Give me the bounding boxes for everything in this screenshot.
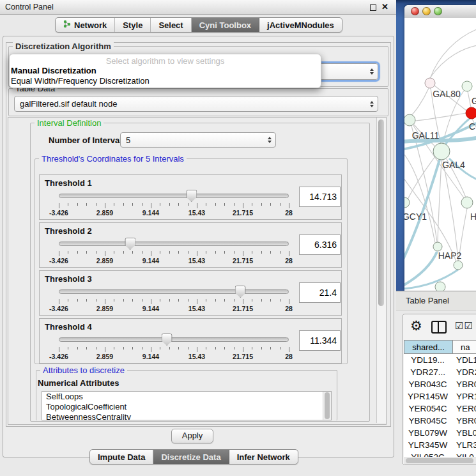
table-row[interactable]: YDR27... YDR2 — [404, 366, 476, 378]
slider-thumb[interactable] — [125, 238, 135, 250]
top-tab[interactable]: Select — [151, 18, 191, 32]
minimize-traffic-light[interactable] — [422, 7, 431, 15]
table-row[interactable]: YBL079W YBL0 — [404, 427, 476, 439]
scale-label: -3.426 — [49, 353, 68, 360]
apply-button[interactable]: Apply — [171, 429, 213, 443]
bottom-tab[interactable]: Impute Data — [90, 450, 153, 464]
slider-thumb[interactable] — [235, 286, 246, 298]
table-cell-shared-name[interactable]: YDR27... — [404, 367, 452, 377]
table-data-combobox[interactable]: galFiltered.sif default node — [14, 96, 378, 112]
table-row[interactable]: YIL052C YIL0 — [404, 451, 476, 457]
gear-icon[interactable]: ⚙ — [410, 318, 422, 334]
slider-ticks — [59, 251, 289, 257]
table-cell-name[interactable]: YBR0 — [452, 380, 476, 389]
top-tab-label: Cyni Toolbox — [199, 20, 251, 30]
top-tab[interactable]: jActiveMNodules — [259, 18, 342, 32]
split-view-icon[interactable] — [431, 321, 447, 334]
scale-label: 9.144 — [142, 257, 159, 265]
scale-label: 15.43 — [188, 305, 205, 312]
settings-vertical-scrollbar[interactable] — [376, 118, 386, 423]
scrollbar-thumb[interactable] — [406, 458, 473, 463]
threshold-slider[interactable] — [59, 189, 289, 202]
bottom-tab[interactable]: Discretize Data — [153, 450, 229, 464]
table-panel: ⚙ ☑☑ shared... na YDL19... YDL1 YDR27...… — [402, 314, 476, 465]
table-cell-name[interactable]: YPR1 — [452, 392, 476, 401]
table-cell-shared-name[interactable]: YDL19... — [404, 355, 452, 365]
zoom-traffic-light[interactable] — [434, 7, 442, 15]
attribute-list-item[interactable]: TopologicalCoefficient — [42, 402, 331, 412]
table-row[interactable]: YLR345W YLR3 — [404, 439, 476, 451]
slider-track — [59, 242, 289, 246]
table-row[interactable]: YBR045C YBR0 — [404, 415, 476, 427]
threshold-slider[interactable] — [59, 333, 289, 346]
top-tab[interactable]: Network — [56, 18, 115, 32]
scale-label: 9.144 — [142, 353, 159, 360]
table-panel-title: Table Panel — [406, 296, 449, 305]
algorithm-dropdown-popup: Select algorithm to view settings Manual… — [9, 54, 321, 88]
scrollbar-thumb[interactable] — [378, 119, 384, 306]
column-header-name[interactable]: na — [453, 340, 476, 354]
table-cell-name[interactable]: YDL1 — [452, 355, 476, 365]
table-cell-name[interactable]: YBR0 — [452, 416, 476, 426]
table-row[interactable]: YPR145W YPR1 — [404, 390, 476, 403]
table-cell-name[interactable]: YLR3 — [452, 440, 476, 450]
table-cell-shared-name[interactable]: YBR045C — [404, 416, 452, 426]
screen: Control Panel ✕ Network — [0, 0, 476, 476]
numerical-attributes-list[interactable]: SelfLoops TopologicalCoefficient Between… — [42, 391, 332, 420]
threshold-slider[interactable] — [59, 285, 289, 298]
dropdown-option[interactable]: Equal Width/Frequency Discretization — [11, 76, 321, 86]
scale-label: 21.715 — [233, 305, 253, 312]
threshold-slider[interactable] — [59, 237, 289, 250]
table-cell-shared-name[interactable]: YLR345W — [404, 440, 452, 450]
table-cell-shared-name[interactable]: YER054C — [404, 404, 452, 413]
checkbox-icons[interactable]: ☑☑ — [455, 320, 473, 332]
table-row[interactable]: YDL19... YDL1 — [404, 354, 476, 366]
scale-label: 28 — [285, 353, 293, 360]
float-window-icon[interactable] — [370, 4, 376, 11]
top-tab[interactable]: Style — [115, 18, 151, 32]
attributes-list-scrollbar[interactable] — [323, 392, 331, 420]
column-header-shared[interactable]: shared... — [404, 340, 453, 354]
control-panel-title: Control Panel — [5, 3, 54, 12]
slider-thumb[interactable] — [162, 334, 173, 346]
threshold-value-field[interactable]: 6.316 — [299, 234, 341, 255]
table-row[interactable]: YER054C YER0 — [404, 403, 476, 415]
table-cell-name[interactable]: YBL0 — [452, 428, 476, 438]
node-label: H — [470, 211, 476, 222]
top-tab-label: Select — [158, 20, 183, 30]
top-tab[interactable]: Cyni Toolbox — [192, 18, 259, 32]
table-cell-shared-name[interactable]: YBL079W — [404, 428, 452, 438]
node-selected-red — [466, 107, 476, 119]
threshold-value-field[interactable]: 14.713 — [299, 187, 341, 207]
scale-label: 2.859 — [96, 353, 113, 360]
attribute-list-item[interactable]: SelfLoops — [42, 392, 331, 402]
table-cell-name[interactable]: YIL0 — [452, 452, 476, 457]
close-traffic-light[interactable] — [411, 7, 419, 15]
top-tab-label: jActiveMNodules — [267, 20, 334, 30]
network-canvas[interactable]: GAL80 GA C GAL11 GAL4 GCY1 H HAP2 — [404, 18, 476, 291]
slider-thumb[interactable] — [186, 190, 197, 202]
table-cell-shared-name[interactable]: YBR043C — [404, 380, 452, 389]
table-cell-name[interactable]: YDR2 — [452, 367, 476, 377]
scale-label: 28 — [285, 209, 293, 217]
dropdown-option[interactable]: Manual Discretization — [11, 66, 321, 76]
threshold-panel: Threshold 2 -3.426 — [39, 222, 342, 268]
threshold-value-field[interactable]: 21.4 — [299, 282, 341, 303]
table-cell-shared-name[interactable]: YIL052C — [404, 452, 452, 457]
threshold-value-field[interactable]: 11.344 — [299, 330, 341, 351]
table-row[interactable]: YBR043C YBR0 — [404, 378, 476, 390]
bottom-tab[interactable]: Infer Network — [229, 450, 298, 464]
node-label: GCY1 — [404, 211, 427, 222]
table-horizontal-scrollbar[interactable] — [404, 457, 476, 464]
threshold-list: Threshold 1 -3.426 — [39, 174, 342, 364]
table-cell-name[interactable]: YER0 — [452, 404, 476, 413]
scrollbar-thumb[interactable] — [325, 392, 330, 419]
close-icon[interactable]: ✕ — [381, 2, 388, 12]
algorithm-group-title: Discretization Algorithm — [13, 42, 114, 51]
scale-label: 9.144 — [142, 209, 159, 217]
slider-track — [59, 194, 289, 198]
node-top-right — [462, 81, 472, 91]
table-cell-shared-name[interactable]: YPR145W — [404, 392, 452, 401]
num-intervals-combobox[interactable]: 5 — [120, 132, 276, 148]
attribute-list-item[interactable]: BetweennessCentrality — [42, 412, 331, 420]
